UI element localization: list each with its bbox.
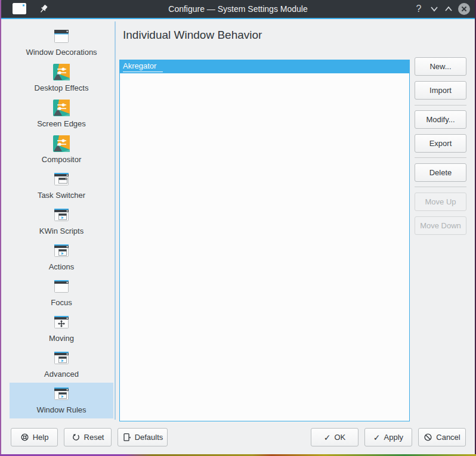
app-window-icon[interactable] (13, 3, 26, 14)
export-button[interactable]: Export (415, 134, 466, 153)
titlebar-accent-line (0, 18, 476, 19)
rules-list[interactable]: Akregator (119, 60, 410, 421)
modify-button[interactable]: Modify... (415, 110, 466, 129)
document-revert-icon (122, 433, 131, 442)
module-sidebar: Window Decorations Desktop Effects Scree… (10, 25, 113, 418)
titlebar-help-button[interactable]: ? (413, 0, 425, 18)
check-icon: ✓ (324, 433, 331, 442)
move-down-button[interactable]: Move Down (415, 216, 466, 235)
window-rules-icon (52, 384, 71, 404)
list-item-akregator[interactable]: Akregator (120, 60, 409, 73)
cancel-button[interactable]: Cancel (418, 428, 466, 446)
sidebar-scrollbar[interactable] (115, 21, 116, 420)
action-separator (415, 105, 466, 106)
advanced-icon (52, 349, 71, 368)
configure-dialog: Configure — System Settings Module ? Win… (0, 0, 476, 456)
sidebar-item-desktop-effects[interactable]: Desktop Effects (10, 61, 113, 97)
task-switcher-icon (52, 170, 71, 189)
screen-edges-icon (52, 98, 71, 117)
focus-icon (52, 277, 71, 296)
desktop-effects-icon (52, 63, 71, 82)
sidebar-item-advanced[interactable]: Advanced (10, 347, 113, 383)
page-title: Individual Window Behavior (123, 29, 262, 42)
desktop-edge-left (0, 0, 1, 456)
import-button[interactable]: Import (415, 81, 466, 100)
sidebar-item-screen-edges[interactable]: Screen Edges (10, 97, 113, 132)
action-separator (415, 157, 466, 158)
sidebar-item-window-rules[interactable]: Window Rules (10, 383, 113, 418)
close-icon[interactable] (458, 2, 471, 15)
window-title: Configure — System Settings Module (0, 0, 476, 18)
cancel-icon (424, 433, 432, 442)
window-decorations-icon (52, 27, 71, 46)
delete-button[interactable]: Delete (415, 163, 466, 182)
defaults-button[interactable]: Defaults (118, 428, 168, 446)
new-button[interactable]: New... (415, 57, 466, 76)
titlebar[interactable]: Configure — System Settings Module ? (0, 0, 476, 18)
sidebar-item-actions[interactable]: Actions (10, 240, 113, 275)
sidebar-item-kwin-scripts[interactable]: KWin Scripts (10, 204, 113, 240)
moving-icon (52, 313, 71, 332)
help-button[interactable]: Help (11, 428, 58, 446)
rule-name: Akregator (123, 61, 163, 72)
check-icon: ✓ (373, 433, 381, 442)
actions-icon (52, 241, 71, 260)
lifebuoy-help-icon (20, 433, 29, 442)
sidebar-item-window-decorations[interactable]: Window Decorations (10, 25, 113, 61)
reset-button[interactable]: Reset (64, 428, 112, 446)
ok-button[interactable]: ✓ OK (311, 428, 358, 446)
sidebar-item-moving[interactable]: Moving (10, 311, 113, 347)
kwin-scripts-icon (52, 206, 71, 225)
sidebar-item-compositor[interactable]: Compositor (10, 132, 113, 168)
apply-button[interactable]: ✓ Apply (364, 428, 412, 446)
pin-icon[interactable] (38, 4, 49, 14)
action-separator (415, 187, 466, 187)
sidebar-item-focus[interactable]: Focus (10, 275, 113, 311)
chevron-up-icon[interactable] (444, 5, 453, 13)
undo-reset-icon (72, 433, 81, 442)
move-up-button[interactable]: Move Up (415, 193, 466, 211)
chevron-down-icon[interactable] (429, 5, 439, 13)
compositor-icon (52, 134, 71, 153)
sidebar-item-task-switcher[interactable]: Task Switcher (10, 168, 113, 204)
